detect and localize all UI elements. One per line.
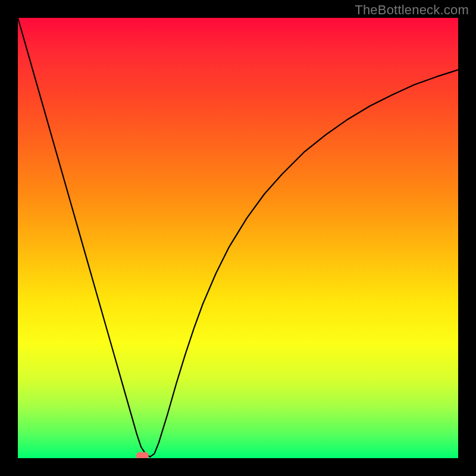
bottleneck-curve-svg: [18, 18, 458, 458]
watermark-text: TheBottleneck.com: [355, 2, 469, 18]
plot-area: [18, 18, 458, 458]
bottleneck-curve-path: [18, 18, 458, 457]
chart-container: TheBottleneck.com: [0, 0, 476, 476]
optimal-point-marker: [136, 452, 149, 459]
